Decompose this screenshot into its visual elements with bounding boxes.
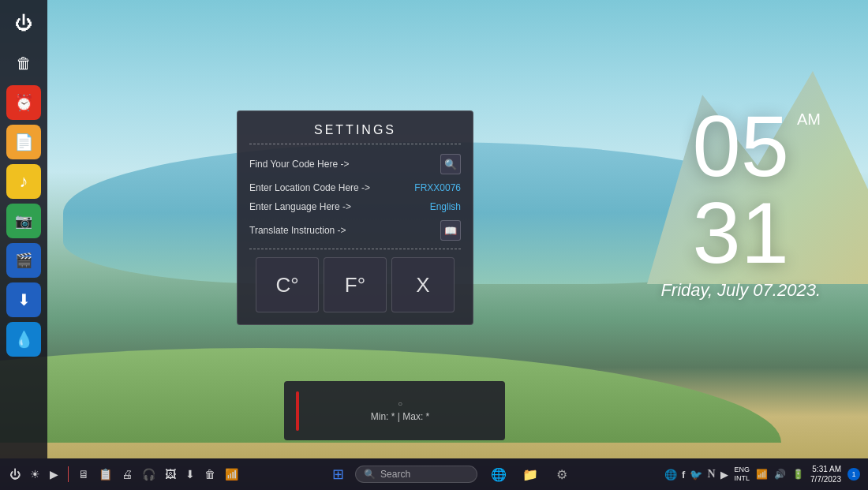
translate-label: Translate Instruction -> (249, 225, 346, 236)
language-value[interactable]: English (430, 201, 461, 212)
alarm-button[interactable]: ⏰ (6, 85, 41, 120)
search-bar-label: Search (380, 469, 410, 480)
taskbar-trash-icon[interactable]: 🗑 (204, 468, 215, 481)
location-code-label: Enter Location Code Here -> (249, 182, 370, 193)
taskbar-headphones-icon[interactable]: 🎧 (142, 468, 155, 481)
taskbar-printer-icon[interactable]: 🖨 (122, 468, 133, 481)
tray-time: 5:31 AM (810, 464, 841, 474)
find-code-search-button[interactable]: 🔍 (440, 154, 461, 174)
settings-title: SETTINGS (249, 123, 461, 137)
notification-count: 1 (851, 470, 855, 478)
document-button[interactable]: 📄 (6, 125, 41, 159)
taskbar-signal-icon[interactable]: 📶 (225, 468, 238, 481)
taskbar-play-icon[interactable]: ▶ (50, 468, 58, 481)
language-row: Enter Language Here -> English (249, 201, 461, 212)
windows-logo: ⊞ (332, 466, 344, 483)
taskbar-sun-icon[interactable]: ☀ (30, 468, 40, 481)
sidebar: ⏻ 🗑 ⏰ 📄 ♪ 📷 🎬 ⬇ 💧 (0, 0, 47, 458)
minmax-panel: ○ Min: * | Max: * (284, 381, 505, 440)
tray-twitter-icon[interactable]: 🐦 (690, 469, 702, 481)
minmax-text: Min: * | Max: * (307, 411, 493, 422)
clock-minutes: 31 (660, 189, 821, 276)
start-button[interactable]: ⊞ (332, 466, 344, 483)
location-code-row: Enter Location Code Here -> FRXX0076 (249, 182, 461, 193)
taskbar-right: 🌐 f 🐦 N ▶ ENGINTL 📶 🔊 🔋 5:31 AM 7/7/2023… (657, 464, 868, 484)
minmax-red-bar (296, 391, 299, 431)
settings-divider-top (249, 144, 461, 144)
location-code-value[interactable]: FRXX0076 (414, 182, 461, 193)
volume-icon[interactable]: 🔊 (774, 469, 786, 480)
taskbar-download-icon[interactable]: ⬇ (185, 468, 195, 481)
tray-n-icon[interactable]: N (707, 468, 715, 481)
system-tray: 🌐 f 🐦 N ▶ (664, 468, 728, 481)
tray-youtube-icon[interactable]: ▶ (720, 469, 728, 481)
clock-ampm: AM (797, 110, 821, 129)
taskbar-divider (68, 466, 69, 482)
settings-panel: SETTINGS Find Your Code Here -> 🔍 Enter … (237, 110, 473, 325)
taskbar: ⏻ ☀ ▶ 🖥 📋 🖨 🎧 🖼 ⬇ 🗑 📶 ⊞ 🔍 Search 🌐 📁 ⚙ 🌐… (0, 458, 868, 490)
search-icon: 🔍 (364, 469, 376, 480)
pinned-app-edge[interactable]: 🌐 (488, 464, 509, 484)
tray-globe-icon[interactable]: 🌐 (664, 469, 677, 481)
clock-tray[interactable]: 5:31 AM 7/7/2023 (810, 464, 841, 484)
settings-divider-bottom (249, 249, 461, 249)
fahrenheit-button[interactable]: F° (324, 257, 387, 312)
x-button[interactable]: X (391, 257, 455, 312)
celsius-button[interactable]: C° (256, 257, 319, 312)
taskbar-power-icon[interactable]: ⏻ (9, 468, 21, 481)
language-indicator[interactable]: ENGINTL (735, 466, 750, 483)
film-button[interactable]: 🎬 (6, 243, 41, 278)
translate-book-button[interactable]: 📖 (440, 220, 461, 241)
battery-icon[interactable]: 🔋 (792, 469, 804, 480)
trash-button[interactable]: 🗑 (6, 46, 41, 80)
pinned-app-explorer[interactable]: 📁 (520, 464, 541, 484)
notification-badge[interactable]: 1 (847, 468, 860, 481)
tray-date: 7/7/2023 (810, 474, 841, 484)
taskbar-image-icon[interactable]: 🖼 (165, 468, 176, 481)
minmax-dot: ○ (307, 399, 493, 408)
taskbar-left-icons: ⏻ ☀ ▶ 🖥 📋 🖨 🎧 🖼 ⬇ 🗑 📶 (0, 466, 248, 482)
clock-display: 05 AM 31 Friday, July 07.2023. (660, 103, 821, 301)
power-button[interactable]: ⏻ (6, 6, 41, 41)
search-bar[interactable]: 🔍 Search (355, 466, 477, 483)
taskbar-center: ⊞ 🔍 Search 🌐 📁 ⚙ (248, 464, 657, 484)
taskbar-clipboard-icon[interactable]: 📋 (99, 468, 112, 481)
music-button[interactable]: ♪ (6, 164, 41, 199)
camera-button[interactable]: 📷 (6, 204, 41, 238)
find-code-row: Find Your Code Here -> 🔍 (249, 154, 461, 174)
clock-date: Friday, July 07.2023. (660, 280, 821, 301)
unit-buttons-group: C° F° X (249, 257, 461, 312)
find-code-label: Find Your Code Here -> (249, 159, 349, 170)
wifi-icon[interactable]: 📶 (756, 469, 768, 480)
translate-row: Translate Instruction -> 📖 (249, 220, 461, 241)
language-label: Enter Language Here -> (249, 201, 351, 212)
pinned-app-settings[interactable]: ⚙ (552, 464, 572, 484)
taskbar-monitor-icon[interactable]: 🖥 (78, 468, 89, 481)
clock-hours: 05 (693, 103, 789, 189)
tray-facebook-icon[interactable]: f (682, 469, 685, 481)
download-button[interactable]: ⬇ (6, 282, 41, 317)
minmax-content: ○ Min: * | Max: * (307, 399, 493, 422)
drop-button[interactable]: 💧 (6, 322, 41, 357)
